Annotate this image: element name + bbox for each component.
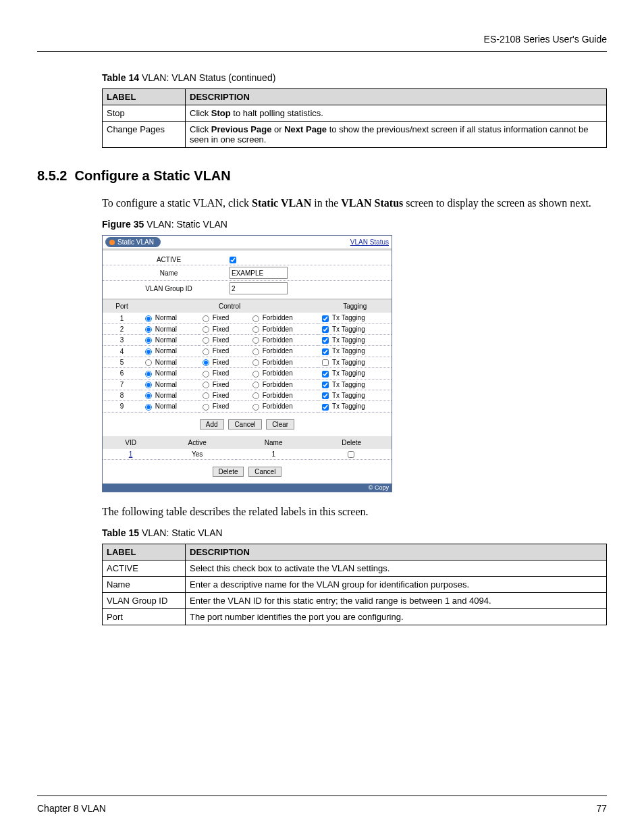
port-control-normal: Normal — [141, 357, 198, 367]
port-control-normal: Normal — [141, 390, 198, 400]
table15-desc: Select this check box to activate the VL… — [186, 560, 607, 576]
radio-normal[interactable] — [145, 382, 152, 388]
cancel-button-2[interactable] — [248, 467, 281, 477]
radio-forbidden[interactable] — [252, 326, 259, 333]
port-row: 8 Normal Fixed Forbidden Tx Tagging — [103, 390, 392, 400]
list-head-name: Name — [236, 436, 311, 449]
radio-fixed[interactable] — [203, 348, 209, 355]
tx-tagging-checkbox[interactable] — [322, 326, 329, 333]
port-control-fixed: Fixed — [198, 401, 248, 412]
port-number: 2 — [103, 323, 141, 334]
radio-fixed[interactable] — [203, 382, 209, 388]
radio-fixed[interactable] — [203, 359, 209, 366]
figure35-screenshot: Static VLAN VLAN Status ACTIVE Name VLAN… — [102, 235, 392, 492]
radio-forbidden[interactable] — [252, 359, 259, 366]
vlan-status-link[interactable]: VLAN Status — [350, 238, 389, 246]
group-label: VLAN Group ID — [108, 285, 230, 292]
port-control-forbidden: Forbidden — [248, 323, 319, 334]
port-head-port: Port — [103, 300, 141, 313]
port-control-fixed: Fixed — [198, 335, 248, 346]
radio-fixed[interactable] — [203, 371, 209, 377]
port-control-fixed: Fixed — [198, 323, 248, 334]
port-number: 5 — [103, 357, 141, 367]
radio-normal[interactable] — [145, 392, 152, 399]
port-control-forbidden: Forbidden — [248, 368, 319, 379]
table15-desc: The port number identifies the port you … — [186, 608, 607, 625]
port-number: 4 — [103, 346, 141, 357]
radio-fixed[interactable] — [203, 337, 209, 344]
tx-tagging-checkbox[interactable] — [322, 404, 329, 411]
radio-forbidden[interactable] — [252, 348, 259, 355]
name-label: Name — [108, 269, 230, 277]
port-row: 6 Normal Fixed Forbidden Tx Tagging — [103, 368, 392, 379]
section-intro: To configure a static VLAN, click Static… — [102, 197, 607, 209]
port-control-normal: Normal — [141, 335, 198, 346]
radio-forbidden[interactable] — [252, 315, 259, 322]
port-control-fixed: Fixed — [198, 379, 248, 390]
radio-forbidden[interactable] — [252, 404, 259, 411]
tx-tagging-checkbox[interactable] — [322, 337, 329, 344]
port-control-normal: Normal — [141, 368, 198, 379]
radio-fixed[interactable] — [203, 392, 209, 399]
footer-chapter: Chapter 8 VLAN — [37, 803, 106, 814]
table15-label: Name — [103, 576, 186, 592]
dot-icon — [109, 240, 115, 245]
group-input[interactable] — [230, 282, 288, 294]
port-row: 9 Normal Fixed Forbidden Tx Tagging — [103, 401, 392, 412]
radio-normal[interactable] — [145, 404, 152, 411]
list-head-vid: VID — [103, 436, 159, 449]
tx-tagging-checkbox[interactable] — [322, 392, 329, 399]
tx-tagging-checkbox[interactable] — [322, 371, 329, 377]
radio-normal[interactable] — [145, 315, 152, 322]
clear-button[interactable] — [266, 419, 294, 429]
tx-tagging-checkbox[interactable] — [322, 348, 329, 355]
delete-button[interactable] — [213, 467, 244, 477]
name-input[interactable] — [230, 267, 288, 279]
radio-forbidden[interactable] — [252, 382, 259, 388]
radio-fixed[interactable] — [203, 326, 209, 333]
port-tagging: Tx Tagging — [318, 401, 392, 412]
port-control-normal: Normal — [141, 323, 198, 334]
table15-desc: Enter the VLAN ID for this static entry;… — [186, 592, 607, 608]
port-control-fixed: Fixed — [198, 357, 248, 367]
list-name: 1 — [236, 449, 311, 460]
table15: LABEL DESCRIPTION ACTIVESelect this chec… — [102, 544, 607, 625]
port-table: Port Control Tagging 1 Normal Fixed Forb… — [103, 300, 392, 412]
table14: LABEL DESCRIPTION StopClick Stop to halt… — [102, 88, 607, 148]
port-row: 7 Normal Fixed Forbidden Tx Tagging — [103, 379, 392, 390]
radio-normal[interactable] — [145, 371, 152, 377]
radio-normal[interactable] — [145, 348, 152, 355]
radio-forbidden[interactable] — [252, 392, 259, 399]
port-tagging: Tx Tagging — [318, 335, 392, 346]
radio-normal[interactable] — [145, 326, 152, 333]
footer-page-number: 77 — [596, 803, 607, 814]
radio-fixed[interactable] — [203, 404, 209, 411]
table14-head-label: LABEL — [103, 89, 186, 105]
table15-label: VLAN Group ID — [103, 592, 186, 608]
radio-fixed[interactable] — [203, 315, 209, 322]
table14-head-desc: DESCRIPTION — [186, 89, 607, 105]
port-head-tagging: Tagging — [318, 300, 392, 313]
list-head-delete: Delete — [311, 436, 392, 449]
table14-label: Stop — [103, 105, 186, 122]
active-checkbox[interactable] — [230, 257, 236, 263]
tx-tagging-checkbox[interactable] — [322, 315, 329, 322]
port-head-control: Control — [141, 300, 318, 313]
list-active: Yes — [159, 449, 236, 460]
radio-forbidden[interactable] — [252, 371, 259, 377]
table15-desc: Enter a descriptive name for the VLAN gr… — [186, 576, 607, 592]
cancel-button-1[interactable] — [228, 419, 261, 429]
delete-checkbox[interactable] — [348, 451, 354, 458]
port-tagging: Tx Tagging — [318, 323, 392, 334]
radio-normal[interactable] — [145, 359, 152, 366]
vid-link[interactable]: 1 — [129, 450, 133, 458]
list-head-active: Active — [159, 436, 236, 449]
port-control-fixed: Fixed — [198, 368, 248, 379]
add-button[interactable] — [200, 419, 224, 429]
tx-tagging-checkbox[interactable] — [322, 359, 329, 366]
vlan-list-table: VID Active Name Delete 1Yes1 — [103, 436, 392, 460]
tx-tagging-checkbox[interactable] — [322, 382, 329, 388]
radio-forbidden[interactable] — [252, 337, 259, 344]
radio-normal[interactable] — [145, 337, 152, 344]
fig-footer-copy: © Copy — [103, 484, 392, 492]
